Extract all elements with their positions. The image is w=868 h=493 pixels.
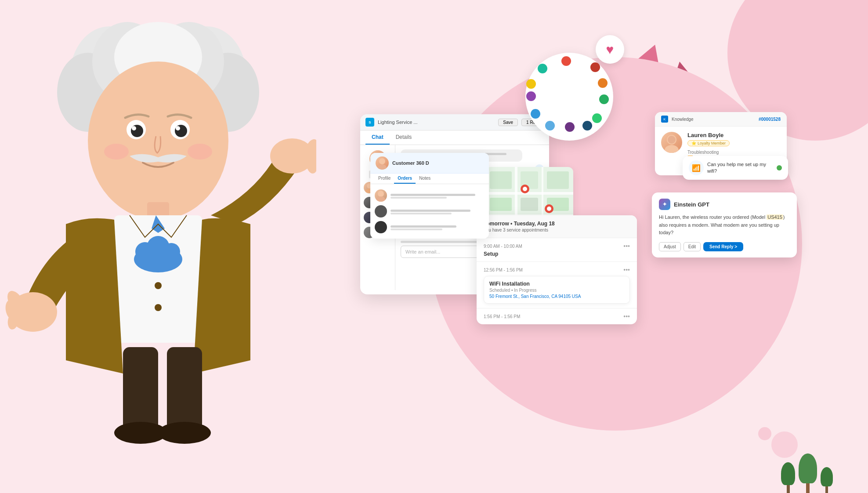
svg-point-63 xyxy=(547,207,551,211)
knowledge-label: Knowledge xyxy=(672,117,693,122)
svg-point-16 xyxy=(188,144,212,160)
color-dot-lightblue xyxy=(545,121,555,130)
svg-point-42 xyxy=(379,158,385,164)
appt-1-title: Setup xyxy=(484,251,630,257)
svg-rect-51 xyxy=(490,171,512,189)
c360-tab-orders[interactable]: Orders xyxy=(394,174,416,184)
color-dot-purple xyxy=(526,91,536,101)
color-wheel-panel xyxy=(525,53,613,141)
egpt-title-text: Einstein GPT xyxy=(674,201,709,208)
star-icon: ⭐ xyxy=(691,141,696,145)
svg-point-35 xyxy=(155,282,162,289)
email-line-1 xyxy=(401,241,479,243)
salesforce-logo: S xyxy=(365,118,374,127)
svg-point-38 xyxy=(665,145,679,153)
appointment-1[interactable]: 9:00 AM - 10:00 AM ••• Setup xyxy=(477,238,637,262)
appointment-2[interactable]: 12:56 PM - 1:56 PM ••• WiFi Installation… xyxy=(477,262,637,308)
tree-2 xyxy=(799,453,817,493)
c360-product-item-3[interactable] xyxy=(375,219,485,235)
svg-point-22 xyxy=(163,243,180,261)
wifi-green-indicator xyxy=(777,165,782,170)
appt-2-time: 12:56 PM - 1:56 PM xyxy=(484,268,523,272)
color-dot-darkpurple xyxy=(565,122,575,132)
egpt-highlight: US415 xyxy=(767,214,783,220)
appt-1-time-row: 9:00 AM - 10:00 AM ••• xyxy=(484,243,630,250)
egpt-actions: Adjust Edit Send Reply > xyxy=(659,242,790,251)
edit-button[interactable]: Edit xyxy=(684,242,701,251)
appointment-3[interactable]: 1:56 PM - 1:56 PM ••• xyxy=(477,308,637,324)
appt-2-address: 50 Fremont St., San Francisco, CA 94105 … xyxy=(489,294,624,299)
heart-panel: ♥ xyxy=(596,35,624,64)
color-dot-red xyxy=(561,56,571,66)
svg-rect-54 xyxy=(490,198,512,211)
color-dot-orange xyxy=(598,78,608,88)
c360-title: Customer 360 D xyxy=(392,160,429,166)
color-dot-lightgreen xyxy=(592,113,602,123)
adjust-button[interactable]: Adjust xyxy=(659,242,681,251)
egpt-logo-icon: ✦ xyxy=(659,199,670,210)
appt-2-title: WiFi Installation xyxy=(489,281,624,287)
appt-2-card: WiFi Installation Scheduled • In Progres… xyxy=(484,276,630,304)
save-button[interactable]: Save xyxy=(498,119,518,126)
tab-chat[interactable]: Chat xyxy=(365,130,390,145)
wifi-symbol-icon: 📶 xyxy=(692,164,701,172)
svg-point-36 xyxy=(155,304,162,311)
panel-header-title: Lighting Service ... xyxy=(378,120,418,125)
color-dot-teal xyxy=(538,64,547,73)
c360-product-item-2[interactable] xyxy=(375,203,485,219)
svg-point-45 xyxy=(376,196,385,202)
svg-point-61 xyxy=(523,187,527,191)
c360-tab-profile[interactable]: Profile xyxy=(375,174,394,184)
color-dot-navy xyxy=(582,121,592,130)
svg-point-44 xyxy=(378,191,384,197)
wifi-question-text: Can you help me set up my wifi? xyxy=(707,161,773,175)
color-dot-darkred xyxy=(590,62,600,72)
tree-1 xyxy=(781,462,795,493)
svg-rect-55 xyxy=(521,198,538,211)
appt-1-time: 9:00 AM - 10:00 AM xyxy=(484,244,522,249)
einstein-gpt-panel: ✦ Einstein GPT Hi Lauren, the wireless r… xyxy=(652,192,797,257)
egpt-header: ✦ Einstein GPT xyxy=(659,199,790,210)
c360-tab-notes[interactable]: Notes xyxy=(416,174,434,184)
appt-2-dots[interactable]: ••• xyxy=(623,266,630,273)
svg-point-39 xyxy=(668,136,676,144)
appt-3-dots[interactable]: ••• xyxy=(623,313,630,320)
c360-product-item-1[interactable] xyxy=(375,188,485,203)
send-reply-button[interactable]: Send Reply > xyxy=(703,242,743,251)
panel-tabs: Chat Details xyxy=(360,130,549,145)
tree-group xyxy=(781,453,833,493)
loyalty-badge: ⭐ Loyalty Member xyxy=(687,140,730,146)
sched-date-text: Tomorrow • Tuesday, Aug 18 xyxy=(484,221,630,227)
sched-subtitle-text: You have 3 service appointments xyxy=(484,228,630,232)
svg-point-13 xyxy=(132,126,136,130)
knowledge-icon: K xyxy=(661,116,668,123)
heart-icon: ♥ xyxy=(606,42,614,57)
svg-point-43 xyxy=(378,164,387,170)
appt-3-time-row: 1:56 PM - 1:56 PM ••• xyxy=(484,313,630,320)
appt-3-time: 1:56 PM - 1:56 PM xyxy=(484,314,520,319)
panel-header: S Lighting Service ... Save 1 Rule xyxy=(360,114,549,130)
c360-content xyxy=(370,184,489,239)
color-dot-blue xyxy=(531,109,540,119)
egpt-body-text: Hi Lauren, the wireless router you order… xyxy=(659,214,790,237)
case-number: #00001528 xyxy=(759,117,781,122)
appt-2-time-row: 12:56 PM - 1:56 PM ••• xyxy=(484,266,630,273)
wifi-bubble: 📶 Can you help me set up my wifi? xyxy=(683,156,788,180)
appt-1-dots[interactable]: ••• xyxy=(623,243,630,250)
einstein-character xyxy=(0,0,316,461)
appt-2-status: Scheduled • In Progress xyxy=(489,288,624,293)
svg-point-15 xyxy=(104,144,129,160)
svg-point-14 xyxy=(176,126,180,130)
c360-header: Customer 360 D xyxy=(370,153,489,174)
kp-header: K Knowledge #00001528 xyxy=(655,112,787,127)
svg-point-34 xyxy=(158,422,211,444)
c360-tabs: Profile Orders Notes xyxy=(370,174,489,184)
troubleshooting-label: Troubleshooting xyxy=(687,150,781,155)
svg-rect-53 xyxy=(547,171,569,189)
customer-360-panel: Customer 360 D Profile Orders Notes xyxy=(370,153,489,239)
c360-avatar xyxy=(376,156,389,170)
tab-details[interactable]: Details xyxy=(390,130,418,145)
tree-3 xyxy=(821,467,833,493)
schedule-panel: Tomorrow • Tuesday, Aug 18 You have 3 se… xyxy=(477,215,637,324)
sched-header: Tomorrow • Tuesday, Aug 18 You have 3 se… xyxy=(477,215,637,238)
